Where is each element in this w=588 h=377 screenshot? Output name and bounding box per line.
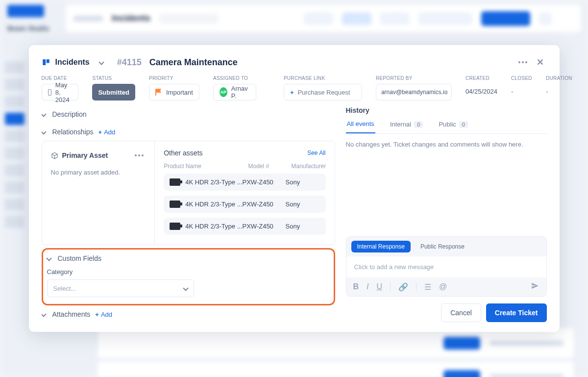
left-panel: Description Relationships +Add Primary A… (42, 105, 335, 322)
category-label: Category (47, 268, 330, 276)
mention-icon[interactable]: @ (439, 282, 447, 291)
due-date-picker[interactable]: May 8, 2024 (42, 84, 79, 101)
tab-public-response[interactable]: Public Response (415, 241, 470, 252)
italic-icon[interactable]: I (367, 282, 368, 291)
history-tabs: All events Internal 0 Public 0 (346, 120, 547, 134)
send-icon[interactable] (531, 281, 539, 292)
created-date: 04/25/2024 (466, 84, 497, 95)
camera-icon (170, 178, 180, 186)
cancel-button[interactable]: Cancel (441, 303, 481, 322)
flag-icon (155, 89, 162, 96)
avatar: AP (220, 87, 227, 97)
asset-row[interactable]: 4K HDR 2/3-Type ...PXW-Z450Sony (164, 196, 325, 213)
cube-icon (51, 152, 58, 159)
chevron-down-icon (183, 285, 188, 291)
ticket-number: #4115 (117, 57, 142, 68)
custom-fields-section-toggle[interactable]: Custom Fields (58, 254, 101, 262)
camera-icon (170, 201, 180, 208)
right-panel: History All events Internal 0 Public 0 N… (346, 105, 547, 322)
tab-public[interactable]: Public 0 (438, 120, 469, 133)
description-section-toggle[interactable]: Description (42, 105, 335, 123)
tab-internal[interactable]: Internal 0 (389, 120, 424, 133)
link-icon[interactable]: 🔗 (398, 282, 408, 292)
relationships-box: Primary Asset No primary asset added. Ot… (42, 141, 335, 245)
board-name[interactable]: Incidents (55, 58, 90, 67)
create-ticket-button[interactable]: Create Ticket (486, 303, 547, 322)
bold-icon[interactable]: B (353, 282, 359, 291)
history-title: History (346, 106, 547, 114)
plus-icon: + (290, 89, 294, 96)
underline-icon[interactable]: U (377, 282, 383, 291)
priority-select[interactable]: Important (149, 84, 199, 101)
primary-asset-empty: No primary asset added. (51, 169, 146, 176)
svg-rect-1 (46, 59, 49, 63)
see-all-link[interactable]: See All (307, 150, 325, 156)
due-date-field: DUE DATE May 8, 2024 (42, 75, 79, 101)
assignee-select[interactable]: AP Arnav P. (213, 84, 256, 101)
primary-asset-more[interactable] (133, 149, 146, 162)
meta-row: DUE DATE May 8, 2024 STATUS Submitted PR… (42, 75, 547, 101)
history-empty: No changes yet. Ticket changes and comme… (346, 141, 547, 148)
ticket-modal: Incidents #4115 Camera Maintenance ✕ DUE… (29, 45, 560, 332)
custom-fields-highlight: Custom Fields Category Select... (42, 248, 335, 305)
chevron-down-icon (42, 111, 47, 117)
modal-header: Incidents #4115 Camera Maintenance ✕ (42, 56, 547, 69)
chevron-down-icon (42, 311, 47, 317)
closed-date: - (511, 84, 532, 96)
tab-all-events[interactable]: All events (346, 120, 375, 133)
message-input[interactable]: Click to add a new message (346, 256, 546, 277)
attachments-section-toggle[interactable]: Attachments (52, 310, 91, 318)
add-attachment-button[interactable]: +Add (95, 311, 112, 318)
camera-icon (170, 223, 180, 230)
relationships-section-toggle[interactable]: Relationships (52, 128, 94, 136)
status-select[interactable]: Submitted (92, 84, 135, 101)
chevron-down-icon (46, 255, 51, 261)
duration-value: - (546, 84, 572, 96)
modal-overlay: Incidents #4115 Camera Maintenance ✕ DUE… (0, 0, 588, 377)
add-relationship-button[interactable]: +Add (98, 128, 116, 136)
calendar-icon (48, 89, 51, 96)
asset-row[interactable]: 4K HDR 2/3-Type ...PXW-Z450Sony (164, 218, 325, 235)
chevron-down-icon (42, 129, 47, 134)
tab-internal-response[interactable]: Internal Response (351, 241, 411, 252)
list-icon[interactable]: ☰ (424, 282, 431, 292)
category-select[interactable]: Select... (47, 279, 194, 297)
asset-row[interactable]: 4K HDR 2/3-Type ...PXW-Z450Sony (164, 174, 325, 191)
close-button[interactable]: ✕ (534, 56, 547, 69)
more-button[interactable] (516, 56, 529, 69)
reported-by-input[interactable]: arnav@beamdynamics.io (376, 84, 452, 101)
response-composer: Internal Response Public Response Click … (346, 236, 547, 297)
purchase-link-input[interactable]: + Purchase Request (284, 84, 362, 101)
chevron-down-icon[interactable] (98, 59, 104, 65)
svg-rect-0 (43, 59, 46, 65)
board-icon (42, 58, 50, 67)
ticket-title[interactable]: Camera Maintenance (149, 57, 238, 68)
editor-toolbar: B I U 🔗 ☰ @ (346, 277, 546, 296)
